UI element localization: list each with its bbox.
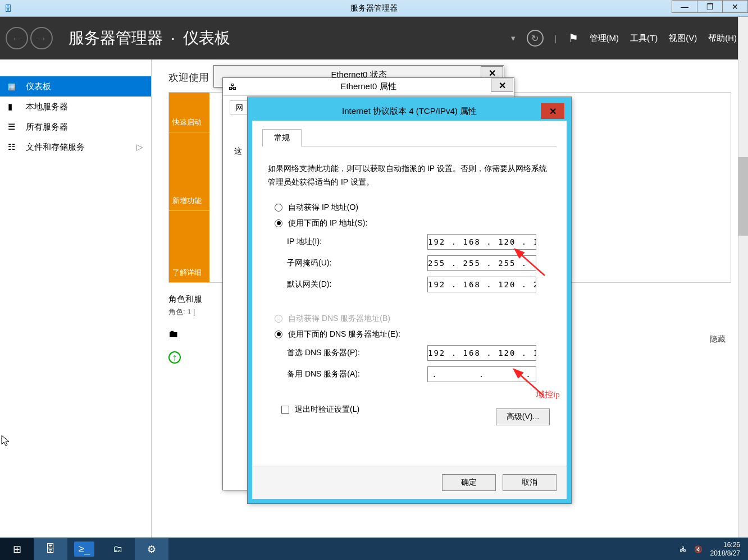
radio-dns-manual[interactable]: 使用下面的 DNS 服务器地址(E): [275,329,557,339]
field-ip: IP 地址(I): [287,234,557,250]
cursor-icon [1,434,12,448]
window-titlebar: 🗄 服务器管理器 — ❐ ✕ [0,0,748,17]
window-title: 服务器管理器 [350,3,398,13]
scroll-thumb[interactable] [738,157,748,236]
dialog-buttons: 确定 取消 [252,466,567,499]
radio-icon [275,219,282,227]
quickstart-tile: 快速启动 新增功能 了解详细 [169,93,209,282]
radio-ip-manual[interactable]: 使用下面的 IP 地址(S): [275,218,557,228]
taskbar-powershell[interactable]: ≥_ [67,538,101,561]
radio-dns-auto: 自动获得 DNS 服务器地址(B) [275,314,557,324]
sidebar-item-local-server[interactable]: ▮ 本地服务器 [0,97,151,117]
close-button[interactable]: ✕ [722,0,748,13]
breadcrumb: 服务器管理器 · 仪表板 [69,27,230,49]
field-label: 子网掩码(U): [287,258,427,268]
server-icon: ▮ [8,102,19,112]
radio-icon [275,331,282,338]
minimize-button[interactable]: — [672,0,697,13]
menu-view[interactable]: 视图(V) [669,33,697,44]
cancel-button[interactable]: 取消 [503,474,557,491]
sidebar-item-label: 文件和存储服务 [26,142,85,153]
field-label: IP 地址(I): [287,237,427,247]
close-icon[interactable]: ✕ [541,103,564,119]
dialog-ipv4-properties: Internet 协议版本 4 (TCP/IPv4) 属性 ✕ 常规 如果网络支… [247,97,572,504]
maximize-button[interactable]: ❐ [697,0,723,13]
sidebar: ▦ 仪表板 ▮ 本地服务器 ☰ 所有服务器 ☷ 文件和存储服务 ▷ [0,59,152,538]
flag-icon[interactable]: ⚑ [568,31,578,45]
tab-network[interactable]: 网 [230,100,249,114]
folder-icon: 🖿 [168,328,179,340]
dialog-body: 常规 如果网络支持此功能，则可以获取自动指派的 IP 设置。否则，你需要从网络系… [252,121,567,466]
field-dns1: 首选 DNS 服务器(P): [287,345,557,361]
scrollbar[interactable] [738,17,748,538]
checkbox-icon[interactable] [281,406,289,414]
taskbar-settings[interactable]: ⚙ [135,538,168,561]
hide-link[interactable]: 隐藏 [710,334,726,345]
tab-general[interactable]: 常规 [262,129,302,146]
radio-icon [275,204,282,212]
close-icon[interactable]: ✕ [491,79,513,92]
window-controls: — ❐ ✕ [672,0,748,13]
header-actions: ▾ ↻ | ⚑ 管理(M) 工具(T) 视图(V) 帮助(H) [511,30,748,47]
taskbar-explorer[interactable]: 🗂 [101,538,135,561]
radio-ip-auto[interactable]: 自动获得 IP 地址(O) [275,203,557,213]
field-dns2: 备用 DNS 服务器(A): [287,366,557,382]
primary-dns-input[interactable] [427,345,536,361]
sidebar-item-dashboard[interactable]: ▦ 仪表板 [0,76,151,97]
tile-new-features[interactable]: 新增功能 [169,132,209,210]
taskbar: ⊞ 🗄 ≥_ 🗂 ⚙ 🖧 🔇 16:26 2018/8/27 [0,538,748,560]
nav-back-icon[interactable]: ← [6,27,28,49]
sidebar-item-label: 仪表板 [26,81,51,92]
app-header: ← → 服务器管理器 · 仪表板 ▾ ↻ | ⚑ 管理(M) 工具(T) 视图(… [0,17,748,59]
field-label: 备用 DNS 服务器(A): [287,369,427,379]
separator-icon: | [555,34,557,43]
chevron-right-icon: ▷ [136,142,143,152]
storage-icon: ☷ [8,142,19,152]
annotation-text: 域控ip [536,389,560,400]
servers-icon: ☰ [8,122,19,132]
refresh-icon[interactable]: ↻ [527,30,544,47]
gateway-input[interactable] [427,277,536,292]
ok-button[interactable]: 确定 [442,474,496,491]
up-arrow-icon: ↑ [168,351,181,364]
description-text: 如果网络支持此功能，则可以获取自动指派的 IP 设置。否则，你需要从网络系统管理… [268,162,551,189]
tile-learn-more[interactable]: 了解详细 [169,210,209,282]
sidebar-item-label: 所有服务器 [26,122,68,132]
taskbar-server-manager[interactable]: 🗄 [34,538,67,561]
tray-clock[interactable]: 16:26 2018/8/27 [710,541,740,557]
dropdown-icon[interactable]: ▾ [511,33,516,43]
sidebar-item-label: 本地服务器 [26,102,68,112]
dialog-title[interactable]: Internet 协议版本 4 (TCP/IPv4) 属性 ✕ [252,102,567,121]
alt-dns-input[interactable] [427,366,536,382]
breadcrumb-app: 服务器管理器 [69,27,163,49]
field-label: 首选 DNS 服务器(P): [287,348,427,358]
menu-manage[interactable]: 管理(M) [590,33,619,44]
breadcrumb-page: 仪表板 [183,27,230,49]
nav-forward-icon[interactable]: → [30,27,53,49]
subnet-mask-input[interactable] [427,255,536,271]
dashboard-icon: ▦ [8,81,19,91]
tray-network-icon[interactable]: 🖧 [679,545,686,553]
sidebar-item-file-storage[interactable]: ☷ 文件和存储服务 ▷ [0,137,151,157]
dialog-title: 🖧 Ethernet0 属性 ✕ [223,78,514,96]
advanced-button[interactable]: 高级(V)... [496,408,550,425]
menu-help[interactable]: 帮助(H) [708,33,737,44]
start-button[interactable]: ⊞ [0,538,34,561]
tray-sound-icon[interactable]: 🔇 [694,545,703,553]
field-mask: 子网掩码(U): [287,255,557,271]
field-label: 默认网关(D): [287,279,427,290]
sidebar-item-all-servers[interactable]: ☰ 所有服务器 [0,117,151,137]
radio-icon [275,315,282,323]
system-tray: 🖧 🔇 16:26 2018/8/27 [679,541,748,557]
tile-quickstart[interactable]: 快速启动 [169,93,209,132]
menu-tools[interactable]: 工具(T) [630,33,658,44]
app-icon: 🗄 [0,1,16,16]
tab-bar: 常规 [262,128,557,146]
breadcrumb-separator: · [171,29,175,47]
field-gateway: 默认网关(D): [287,277,557,292]
ip-address-input[interactable] [427,234,536,250]
adapter-icon: 🖧 [229,82,237,91]
